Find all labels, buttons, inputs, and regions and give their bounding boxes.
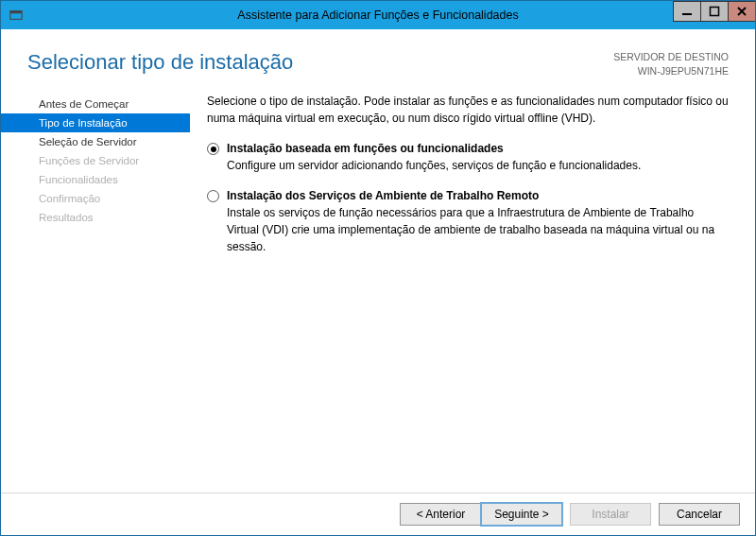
svg-rect-1 bbox=[10, 11, 22, 14]
option-body: Instalação dos Serviços de Ambiente de T… bbox=[227, 187, 729, 255]
radio-role-based[interactable] bbox=[207, 143, 219, 155]
sidebar-item-label: Confirmação bbox=[39, 193, 100, 204]
option-role-based[interactable]: Instalação baseada em funções ou funcion… bbox=[207, 140, 729, 174]
minimize-button[interactable] bbox=[673, 1, 701, 22]
destination-label: SERVIDOR DE DESTINO bbox=[613, 50, 729, 64]
sidebar-item-results: Resultados bbox=[1, 208, 190, 227]
destination-value: WIN-J9EPU5N71HE bbox=[613, 64, 729, 78]
sidebar-item-features: Funcionalidades bbox=[1, 170, 190, 189]
sidebar-item-label: Seleção de Servidor bbox=[39, 136, 137, 147]
content-region: Antes de Começar Tipo de Instalação Sele… bbox=[1, 89, 755, 493]
sidebar-item-label: Antes de Começar bbox=[39, 98, 129, 110]
sidebar-item-server-roles: Funções de Servidor bbox=[1, 151, 190, 170]
intro-text: Selecione o tipo de instalação. Pode ins… bbox=[207, 93, 729, 127]
window-controls bbox=[673, 1, 755, 29]
sidebar-item-server-select[interactable]: Seleção de Servidor bbox=[1, 132, 190, 151]
close-button[interactable] bbox=[728, 1, 756, 22]
previous-button[interactable]: < Anterior bbox=[400, 503, 481, 526]
maximize-button[interactable] bbox=[700, 1, 729, 22]
sidebar-item-label: Tipo de Instalação bbox=[39, 117, 128, 129]
wizard-sidebar: Antes de Começar Tipo de Instalação Sele… bbox=[1, 89, 190, 493]
main-pane: Selecione o tipo de instalação. Pode ins… bbox=[190, 89, 746, 493]
radio-rds[interactable] bbox=[207, 190, 219, 202]
sidebar-item-install-type[interactable]: Tipo de Instalação bbox=[1, 113, 190, 132]
sidebar-item-label: Funcionalidades bbox=[39, 174, 118, 185]
sidebar-item-label: Resultados bbox=[39, 212, 94, 223]
cancel-button[interactable]: Cancelar bbox=[659, 503, 740, 526]
sidebar-item-before-begin[interactable]: Antes de Começar bbox=[1, 95, 190, 113]
option-title: Instalação dos Serviços de Ambiente de T… bbox=[227, 187, 729, 204]
header-region: Selecionar tipo de instalação SERVIDOR D… bbox=[1, 29, 755, 89]
option-body: Instalação baseada em funções ou funcion… bbox=[227, 140, 729, 174]
next-button[interactable]: Seguinte > bbox=[481, 503, 562, 526]
sidebar-item-confirmation: Confirmação bbox=[1, 189, 190, 208]
svg-rect-2 bbox=[682, 13, 692, 15]
titlebar: Assistente para Adicionar Funções e Func… bbox=[1, 1, 755, 29]
wizard-footer: < Anterior Seguinte > Instalar Cancelar bbox=[1, 493, 755, 535]
option-rds[interactable]: Instalação dos Serviços de Ambiente de T… bbox=[207, 187, 729, 255]
svg-rect-3 bbox=[711, 8, 719, 16]
option-desc: Configure um servidor adicionando funçõe… bbox=[227, 157, 729, 174]
destination-block: SERVIDOR DE DESTINO WIN-J9EPU5N71HE bbox=[613, 50, 729, 78]
sidebar-item-label: Funções de Servidor bbox=[39, 155, 139, 166]
window-title: Assistente para Adicionar Funções e Func… bbox=[1, 9, 755, 22]
nav-button-group: < Anterior Seguinte > bbox=[400, 503, 562, 526]
window-body: Selecionar tipo de instalação SERVIDOR D… bbox=[1, 29, 755, 535]
app-icon bbox=[9, 8, 24, 23]
install-button: Instalar bbox=[570, 503, 651, 526]
option-desc: Instale os serviços de função necessário… bbox=[227, 204, 729, 255]
page-title: Selecionar tipo de instalação bbox=[27, 50, 293, 75]
option-title: Instalação baseada em funções ou funcion… bbox=[227, 140, 729, 157]
